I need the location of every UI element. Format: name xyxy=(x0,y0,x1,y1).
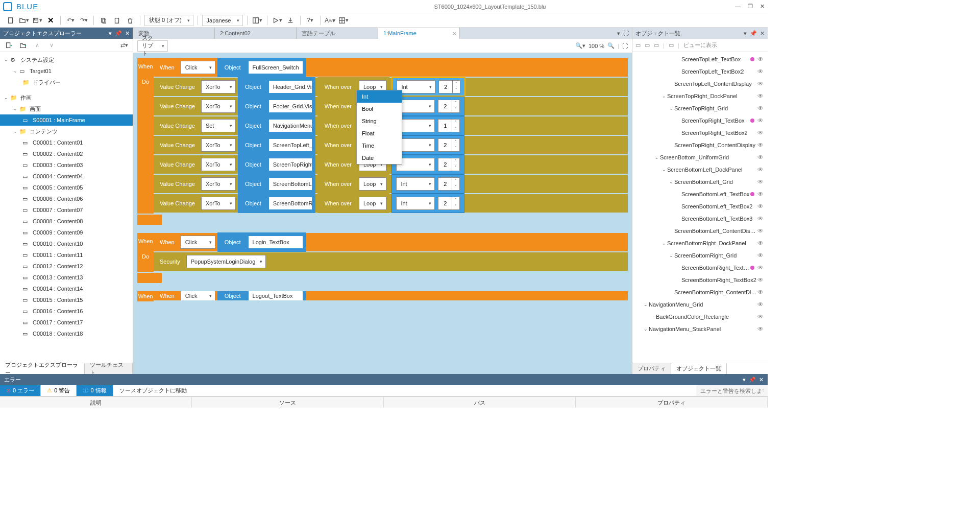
object-tree-item[interactable]: ⌄ScreenBottomLeft_Grid👁 xyxy=(632,176,768,188)
add-file-icon[interactable] xyxy=(3,40,14,51)
visibility-icon[interactable]: 👁 xyxy=(757,166,764,173)
add-folder-icon[interactable] xyxy=(17,40,29,51)
tab-project-explorer[interactable]: プロジェクトエクスプローラー xyxy=(0,363,85,374)
tool-icon[interactable]: ▭ xyxy=(645,42,650,49)
pin-icon[interactable]: 📌 xyxy=(749,377,756,383)
object-tree-item[interactable]: ⌄ScreenBottomRight_Grid👁 xyxy=(632,249,768,262)
tab-close-icon[interactable]: ✕ xyxy=(452,31,456,36)
object-field[interactable]: FullScreen_Switch xyxy=(248,61,303,74)
open-file-icon[interactable]: ▾ xyxy=(18,15,30,26)
object-field[interactable]: NavigationMenu_G xyxy=(268,119,312,132)
when-event-select[interactable]: Click xyxy=(181,236,215,249)
security-select[interactable]: PopupSystemLoginDialog xyxy=(186,255,266,268)
tree-mainframe[interactable]: ▭S00001 : MainFrame xyxy=(0,114,133,126)
copy-icon[interactable] xyxy=(98,15,109,26)
tab-properties[interactable]: プロパティ xyxy=(632,363,671,374)
visibility-icon[interactable]: 👁 xyxy=(757,80,764,87)
tree-content-item[interactable]: ▭C00004 : Content04 xyxy=(0,171,133,182)
close-panel-icon[interactable]: ✕ xyxy=(759,377,764,383)
visibility-icon[interactable]: 👁 xyxy=(757,289,764,296)
value-spinner[interactable]: ˄˅ xyxy=(438,138,460,152)
spinner-up-icon[interactable]: ˄ xyxy=(452,139,459,145)
tool-icon[interactable]: ▭ xyxy=(635,42,641,49)
object-tree-item[interactable]: ScreenTopRight_TextBox2👁 xyxy=(632,127,768,139)
value-spinner[interactable]: ˄˅ xyxy=(438,158,460,171)
object-tree-item[interactable]: ScreenBottomLeft_TextBox👁 xyxy=(632,188,768,200)
object-field[interactable]: ScreenTopRight_Gri xyxy=(268,158,312,171)
visibility-icon[interactable]: 👁 xyxy=(757,92,764,100)
tree-contents[interactable]: ⌄📁コンテンツ xyxy=(0,126,133,137)
zoom-out-icon[interactable]: 🔍▾ xyxy=(575,42,585,49)
state-select[interactable]: 状態 0 (オフ) xyxy=(144,15,193,26)
object-tree-item[interactable]: ScreenBottomLeft_TextBox3👁 xyxy=(632,213,768,225)
tree-content-item[interactable]: ▭C00003 : Content03 xyxy=(0,159,133,171)
download-icon[interactable] xyxy=(285,15,296,26)
visibility-icon[interactable]: 👁 xyxy=(757,301,764,308)
spinner-up-icon[interactable]: ˄ xyxy=(452,158,459,165)
value-spinner[interactable]: ˄˅ xyxy=(438,177,460,191)
spinner-up-icon[interactable]: ˄ xyxy=(452,120,459,126)
object-tree-item[interactable]: ⌄NavigationMenu_StackPanel👁 xyxy=(632,323,768,335)
error-search-input[interactable] xyxy=(696,385,768,396)
spinner-up-icon[interactable]: ˄ xyxy=(453,81,460,87)
type-select[interactable]: Int xyxy=(396,177,435,191)
language-select[interactable]: Japanese xyxy=(202,15,243,26)
object-field[interactable]: Logout_TextBox xyxy=(248,291,303,301)
object-tree-item[interactable]: ⌄ScreenBottomLeft_DockPanel👁 xyxy=(632,163,768,176)
value-spinner[interactable]: ˄˅ xyxy=(438,100,460,113)
doc-tab[interactable]: 1:MainFrame✕ xyxy=(378,28,460,39)
object-field[interactable]: Footer_Grid.Visibilit xyxy=(268,100,312,113)
warnings-button[interactable]: ⚠0 警告 xyxy=(41,385,77,396)
col-path[interactable]: パス xyxy=(384,397,576,408)
tool-icon[interactable]: ▭ xyxy=(654,42,659,49)
visibility-icon[interactable]: 👁 xyxy=(757,240,764,247)
spinner-up-icon[interactable]: ˄ xyxy=(452,178,459,184)
nav-up-icon[interactable]: ∧ xyxy=(32,40,43,51)
grid-icon[interactable]: ▾ xyxy=(338,15,349,26)
tree-content-item[interactable]: ▭C00005 : Content05 xyxy=(0,182,133,193)
script-select[interactable]: スクリプト xyxy=(137,40,168,52)
whenover-select[interactable]: Loop xyxy=(359,177,386,191)
visibility-icon[interactable]: 👁 xyxy=(757,203,764,210)
visibility-icon[interactable]: 👁 xyxy=(757,313,764,320)
value-spinner[interactable]: ˄˅ xyxy=(438,80,460,93)
visibility-icon[interactable]: 👁 xyxy=(757,129,764,136)
object-tree-item[interactable]: ⌄ScreenBottomRight_DockPanel👁 xyxy=(632,237,768,249)
visibility-icon[interactable]: 👁 xyxy=(757,105,764,112)
object-tree-item[interactable]: ScreenBottomLeft_ContentDisplay👁 xyxy=(632,225,768,237)
object-tree-item[interactable]: ⌄NavigationMenu_Grid👁 xyxy=(632,298,768,311)
object-tree-item[interactable]: ⌄ScreenTopRight_DockPanel👁 xyxy=(632,90,768,102)
whenover-select[interactable]: Loop xyxy=(359,197,386,210)
errors-button[interactable]: ⊘0 エラー xyxy=(0,385,41,396)
object-tree-item[interactable]: ScreenTopLeft_TextBox2👁 xyxy=(632,65,768,78)
spinner-up-icon[interactable]: ˄ xyxy=(452,197,459,203)
tool-icon[interactable]: ▭ xyxy=(669,42,674,49)
tree-content-item[interactable]: ▭C00001 : Content01 xyxy=(0,137,133,148)
visibility-icon[interactable]: 👁 xyxy=(757,264,764,271)
object-tree-item[interactable]: ScreenBottomRight_ContentDisplay👁 xyxy=(632,286,768,298)
pin-icon[interactable]: 📌 xyxy=(750,30,757,37)
close-panel-icon[interactable]: ✕ xyxy=(760,30,765,37)
object-tree-item[interactable]: ⌄ScreenBottom_UniformGrid👁 xyxy=(632,151,768,163)
save-icon[interactable]: ▾ xyxy=(32,15,43,26)
delete-icon[interactable] xyxy=(125,15,136,26)
object-field[interactable]: Header_Grid.Visibili xyxy=(268,80,312,93)
pin-icon[interactable]: 📌 xyxy=(115,30,122,37)
dropdown-item[interactable]: Int xyxy=(357,90,402,103)
object-field[interactable]: Login_TextBox xyxy=(248,236,303,249)
spinner-input[interactable] xyxy=(438,161,452,168)
value-spinner[interactable]: ˄˅ xyxy=(438,119,460,132)
object-tree-item[interactable]: ScreenTopRight_TextBox👁 xyxy=(632,114,768,127)
new-file-icon[interactable] xyxy=(5,15,16,26)
sync-icon[interactable]: ⇄▾ xyxy=(118,40,130,51)
tree-target[interactable]: ⌄▭Target01 xyxy=(0,65,133,77)
fullscreen-icon[interactable]: ⛶ xyxy=(622,43,628,49)
op-select[interactable]: XorTo xyxy=(201,138,236,152)
tree-content-item[interactable]: ▭C00016 : Content16 xyxy=(0,306,133,317)
paste-icon[interactable] xyxy=(111,15,122,26)
close-button[interactable]: ✕ xyxy=(760,3,765,10)
dropdown-item[interactable]: Bool xyxy=(357,103,402,115)
spinner-input[interactable] xyxy=(438,142,452,148)
object-tree-item[interactable]: BackGroundColor_Rectangle👁 xyxy=(632,311,768,323)
layout-icon[interactable]: ▾ xyxy=(252,15,263,26)
